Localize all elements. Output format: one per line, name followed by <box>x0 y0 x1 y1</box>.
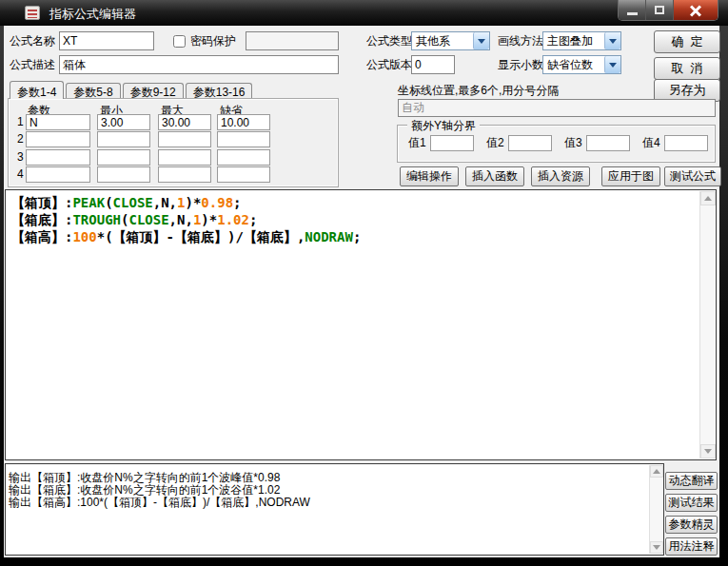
dropdown-arrow-icon[interactable] <box>604 32 620 49</box>
extra-y-value-input[interactable] <box>664 135 708 151</box>
formula-code-editor[interactable]: 【箱顶】:PEAK(CLOSE,N,1)*0.98;【箱底】:TROUGH(CL… <box>5 189 717 460</box>
minimize-button[interactable] <box>619 0 646 20</box>
close-icon <box>690 5 701 16</box>
code-line[interactable]: 【箱顶】:PEAK(CLOSE,N,1)*0.98; <box>11 194 695 211</box>
extra-y-field-group: 值4 <box>642 135 708 151</box>
param-wizard-button[interactable]: 参数精灵 <box>665 516 718 534</box>
param-cell-input[interactable] <box>26 114 90 130</box>
tab-params-3[interactable]: 参数9-12 <box>123 83 184 99</box>
formula-type-label: 公式类型 <box>366 31 412 50</box>
param-row-number: 3 <box>17 150 24 164</box>
formula-type-dropdown[interactable]: 其他系 <box>411 31 490 50</box>
insert-resource-button[interactable]: 插入资源 <box>531 166 590 186</box>
formula-name-input[interactable] <box>59 31 154 50</box>
password-protect-label: 密码保护 <box>190 31 236 50</box>
scroll-down-icon[interactable] <box>700 444 716 459</box>
param-cell-input[interactable] <box>97 131 150 147</box>
test-formula-button[interactable]: 测试公式 <box>664 166 721 186</box>
tab-params-1[interactable]: 参数1-4 <box>10 81 64 99</box>
dropdown-arrow-icon[interactable] <box>604 56 620 73</box>
extra-y-value-label: 值4 <box>642 135 660 151</box>
param-groupbox: 参数最小最大缺省1234 <box>8 98 339 187</box>
param-cell-input[interactable] <box>158 114 211 130</box>
apply-to-chart-button[interactable]: 应用于图 <box>601 166 660 186</box>
tab-params-4[interactable]: 参数13-16 <box>186 83 253 99</box>
draw-method-dropdown[interactable]: 主图叠加 <box>542 31 621 50</box>
password-input <box>246 31 339 50</box>
extra-y-value-input[interactable] <box>430 135 474 151</box>
tab-params-2[interactable]: 参数5-8 <box>66 83 120 99</box>
code-line[interactable]: 【箱底】:TROUGH(CLOSE,N,1)*1.02; <box>11 211 695 228</box>
dropdown-arrow-icon[interactable] <box>473 32 489 49</box>
formula-name-label: 公式名称 <box>10 31 55 50</box>
coordinate-input <box>398 99 716 117</box>
close-button[interactable] <box>674 0 718 20</box>
usage-note-button[interactable]: 用法注释 <box>665 537 718 556</box>
side-buttons-column: 动态翻译测试结果参数精灵用法注释 <box>665 472 718 556</box>
dynamic-translate-button[interactable]: 动态翻译 <box>665 472 718 490</box>
extra-y-value-label: 值1 <box>408 135 426 151</box>
scroll-down-icon[interactable] <box>650 541 663 554</box>
scroll-up-icon[interactable] <box>700 191 716 205</box>
extra-y-value-input[interactable] <box>586 135 630 151</box>
insert-function-button[interactable]: 插入函数 <box>465 166 524 186</box>
scroll-up-icon[interactable] <box>650 465 663 478</box>
cancel-button[interactable]: 取 消 <box>654 57 720 80</box>
extra-y-value-label: 值3 <box>564 135 582 151</box>
output-scrollbar[interactable] <box>649 465 662 554</box>
editor-scrollbar[interactable] <box>699 191 715 459</box>
extra-y-value-label: 值2 <box>486 135 504 151</box>
param-row-number: 2 <box>17 132 24 146</box>
param-cell-input[interactable] <box>217 149 270 166</box>
param-cell-input[interactable] <box>217 114 270 130</box>
param-cell-input[interactable] <box>217 166 270 183</box>
param-cell-input[interactable] <box>26 149 90 166</box>
coordinate-label: 坐标线位置,最多6个,用分号分隔 <box>398 81 559 100</box>
extra-y-field-group: 值2 <box>486 135 552 151</box>
param-cell-input[interactable] <box>97 166 150 183</box>
param-row-number: 1 <box>17 115 24 128</box>
param-cell-input[interactable] <box>158 131 211 147</box>
formula-desc-label: 公式描述 <box>10 55 55 74</box>
extra-y-field-group: 值3 <box>564 135 630 151</box>
ok-button[interactable]: 确 定 <box>654 30 720 53</box>
window-title: 指标公式编辑器 <box>49 6 136 23</box>
param-cell-input[interactable] <box>97 114 150 130</box>
formula-version-input[interactable] <box>411 55 455 74</box>
code-lines: 【箱顶】:PEAK(CLOSE,N,1)*0.98;【箱底】:TROUGH(CL… <box>11 194 695 245</box>
app-icon <box>25 6 40 20</box>
param-row-number: 4 <box>17 167 24 181</box>
param-cell-input[interactable] <box>26 166 90 183</box>
extra-y-fieldset: 额外Y轴分界 值1值2值3值4 <box>397 125 716 163</box>
param-cell-input[interactable] <box>97 149 150 166</box>
code-line[interactable]: 【箱高】:100*(【箱顶】-【箱底】)/【箱底】,NODRAW; <box>11 228 695 245</box>
draw-method-label: 画线方法 <box>498 31 543 50</box>
title-bar[interactable]: 指标公式编辑器 <box>0 0 728 26</box>
formula-version-label: 公式版本 <box>366 55 412 74</box>
edit-operation-button[interactable]: 编辑操作 <box>400 166 459 186</box>
maximize-button[interactable] <box>646 0 674 20</box>
window-controls <box>618 0 718 21</box>
param-cell-input[interactable] <box>158 149 211 166</box>
param-cell-input[interactable] <box>26 131 90 147</box>
password-protect-checkbox[interactable] <box>173 35 186 48</box>
translation-output-panel: 输出【箱顶】:收盘价N%之字转向的前1个波峰值*0.98输出【箱底】:收盘价N%… <box>5 463 664 556</box>
extra-y-field-group: 值1 <box>408 135 474 151</box>
formula-editor-window: 指标公式编辑器 公式名称 密码保护 公式类型 其他系 画线方法 主图叠加 确 定… <box>0 0 728 566</box>
decimal-label: 显示小数 <box>498 55 543 74</box>
param-tabs: 参数1-4参数5-8参数9-12参数13-16 <box>10 81 254 99</box>
maximize-icon <box>655 6 664 14</box>
extra-y-value-input[interactable] <box>508 135 552 151</box>
dialog-body: 公式名称 密码保护 公式类型 其他系 画线方法 主图叠加 确 定 公式描述 公式… <box>4 26 719 557</box>
test-result-button[interactable]: 测试结果 <box>665 494 718 512</box>
formula-desc-input[interactable] <box>59 55 339 74</box>
output-line: 输出【箱高】:100*(【箱顶】-【箱底】)/【箱底】,NODRAW <box>9 497 646 509</box>
minimize-icon <box>627 12 638 15</box>
decimal-dropdown[interactable]: 缺省位数 <box>542 55 621 74</box>
output-lines: 输出【箱顶】:收盘价N%之字转向的前1个波峰值*0.98输出【箱底】:收盘价N%… <box>9 472 646 509</box>
param-cell-input[interactable] <box>217 131 270 147</box>
param-cell-input[interactable] <box>158 166 211 183</box>
